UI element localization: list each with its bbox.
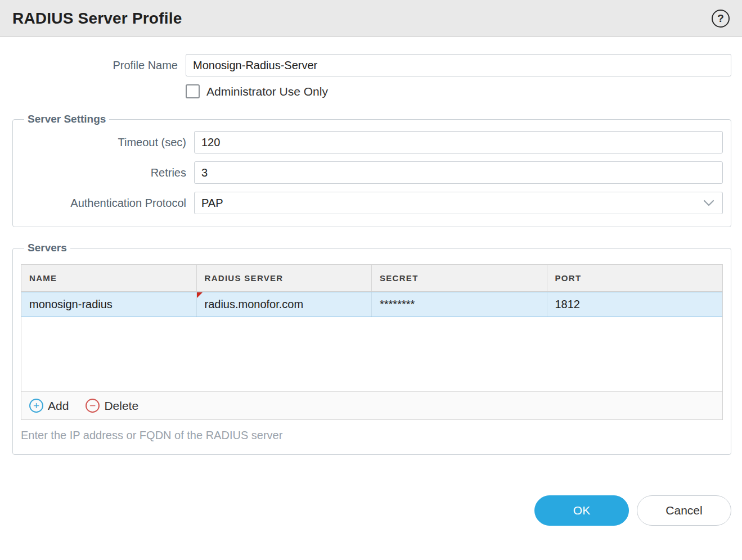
server-settings-legend: Server Settings — [24, 113, 109, 125]
cell-modified-marker-icon — [197, 292, 203, 298]
admin-use-only-row: Administrator Use Only — [12, 84, 731, 98]
dialog-actions: OK Cancel — [12, 495, 731, 526]
cancel-button[interactable]: Cancel — [637, 495, 731, 526]
servers-table: NAME RADIUS SERVER SECRET PORT monosign-… — [21, 264, 723, 420]
auth-protocol-value: PAP — [201, 197, 223, 210]
retries-label: Retries — [21, 166, 194, 179]
auth-protocol-label: Authentication Protocol — [21, 197, 194, 210]
column-header-radius-server[interactable]: RADIUS SERVER — [197, 265, 372, 291]
cell-radius-server-value: radius.monofor.com — [205, 298, 304, 310]
minus-glyph: − — [89, 400, 96, 411]
add-button-label: Add — [48, 399, 69, 413]
admin-use-only-label: Administrator Use Only — [206, 85, 328, 98]
profile-name-input[interactable] — [186, 54, 731, 76]
retries-input[interactable] — [194, 161, 723, 184]
servers-section: Servers NAME RADIUS SERVER SECRET PORT m… — [12, 242, 731, 455]
servers-hint-text: Enter the IP address or FQDN of the RADI… — [21, 429, 723, 442]
timeout-label: Timeout (sec) — [21, 136, 194, 149]
cell-name: monosign-radius — [21, 292, 197, 317]
plus-glyph: + — [33, 400, 39, 411]
add-button[interactable]: + Add — [29, 399, 69, 413]
ok-button[interactable]: OK — [534, 495, 629, 526]
column-header-name[interactable]: NAME — [21, 265, 197, 291]
chevron-down-icon — [703, 200, 714, 206]
table-toolbar: + Add − Delete — [21, 391, 722, 419]
server-settings-section: Server Settings Timeout (sec) Retries Au… — [12, 113, 731, 227]
dialog-header: RADIUS Server Profile ? — [0, 0, 742, 37]
server-table-row[interactable]: monosign-radius radius.monofor.com *****… — [21, 292, 722, 317]
column-header-port[interactable]: PORT — [547, 265, 723, 291]
delete-button-label: Delete — [104, 399, 138, 413]
table-empty-area — [21, 317, 722, 391]
delete-icon: − — [86, 399, 100, 413]
admin-use-only-checkbox[interactable] — [186, 84, 200, 98]
servers-legend: Servers — [24, 242, 70, 254]
timeout-row: Timeout (sec) — [21, 131, 723, 153]
auth-protocol-select[interactable]: PAP — [194, 192, 723, 214]
column-header-secret[interactable]: SECRET — [372, 265, 547, 291]
dialog-body: Profile Name Administrator Use Only Serv… — [0, 37, 742, 526]
delete-button[interactable]: − Delete — [86, 399, 138, 413]
profile-name-label: Profile Name — [12, 59, 186, 72]
servers-table-header: NAME RADIUS SERVER SECRET PORT — [21, 265, 722, 292]
help-icon[interactable]: ? — [712, 10, 730, 28]
cell-secret: ******** — [372, 292, 547, 317]
cell-port: 1812 — [547, 292, 723, 317]
auth-protocol-row: Authentication Protocol PAP — [21, 192, 723, 214]
profile-name-row: Profile Name — [12, 54, 731, 76]
dialog-title: RADIUS Server Profile — [12, 10, 182, 28]
timeout-input[interactable] — [194, 131, 723, 153]
question-mark-glyph: ? — [717, 12, 724, 25]
retries-row: Retries — [21, 161, 723, 184]
add-icon: + — [29, 399, 43, 413]
cell-radius-server: radius.monofor.com — [197, 292, 372, 317]
